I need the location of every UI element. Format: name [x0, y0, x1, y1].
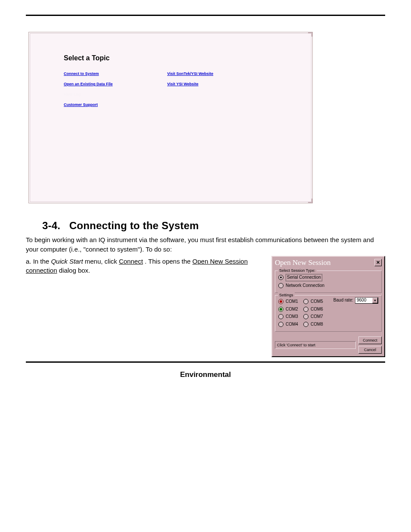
com7-label: COM7	[311, 314, 323, 320]
chevron-down-icon: ▼	[372, 298, 378, 303]
com1-label: COM1	[286, 299, 298, 305]
radio-com3[interactable]: COM3	[278, 314, 303, 320]
status-text: Click 'Connect' to start	[275, 341, 356, 349]
radio-com1-icon	[278, 299, 283, 304]
help-window: Select a Topic Connect to System Open an…	[28, 32, 313, 203]
dialog-titlebar: Open New Session ✕	[272, 257, 384, 270]
close-icon[interactable]: ✕	[374, 259, 382, 266]
radio-network-icon	[278, 283, 283, 288]
radio-com7-icon	[303, 314, 308, 319]
paragraph-intro: To begin working with an IQ instrument v…	[26, 235, 375, 254]
radio-com7[interactable]: COM7	[303, 314, 328, 320]
help-link-connect[interactable]: Connect to System	[64, 72, 167, 76]
settings-fieldset: Settings COM1 COM2	[275, 295, 382, 332]
radio-com4[interactable]: COM4	[278, 321, 303, 328]
baud-label: Baud rate:	[333, 297, 353, 303]
com5-label: COM5	[311, 299, 323, 305]
section-number: 3-4.	[42, 220, 60, 231]
radio-com8[interactable]: COM8	[303, 321, 328, 328]
radio-com5[interactable]: COM5	[303, 299, 328, 305]
step-a-italic: Quick Start	[51, 258, 83, 265]
step-a: a. In the Quick Start menu, click Connec…	[26, 257, 254, 276]
step-a-frag1: a. In the	[26, 258, 51, 265]
radio-com6[interactable]: COM6	[303, 306, 328, 313]
baud-value: 9600	[357, 297, 366, 304]
step-a-frag2: menu, click	[85, 258, 119, 265]
com4-label: COM4	[286, 321, 298, 328]
radio-com4-icon	[278, 322, 283, 327]
step-a-frag3: . This opens the	[145, 258, 193, 265]
cancel-button[interactable]: Cancel	[358, 346, 382, 354]
help-title: Select a Topic	[64, 54, 311, 62]
radio-com8-icon	[303, 322, 308, 327]
session-type-fieldset: Select Session Type: Serial Connection N…	[275, 271, 382, 293]
com8-label: COM8	[311, 321, 323, 328]
radio-serial[interactable]: Serial Connection	[278, 274, 378, 281]
dialog-title: Open New Session	[275, 258, 330, 268]
help-links: Connect to System Open an Existing Data …	[64, 65, 311, 107]
radio-com1[interactable]: COM1	[278, 299, 303, 305]
help-link-view-log[interactable]: View Log	[64, 92, 167, 96]
radio-com2[interactable]: COM2	[278, 306, 303, 313]
com-col-2: COM5 COM6 COM7	[303, 297, 328, 329]
step-a-frag4: dialog box.	[59, 267, 90, 274]
help-link-ysi[interactable]: Visit YSI Website	[167, 82, 271, 86]
settings-legend: Settings	[278, 292, 295, 298]
radio-serial-label: Serial Connection	[286, 274, 322, 281]
section-heading: 3-4. Connecting to the System	[42, 220, 385, 232]
radio-serial-icon	[278, 275, 283, 280]
header-rule	[26, 15, 385, 16]
body-text: To begin working with an IQ instrument v…	[26, 235, 385, 357]
radio-com6-icon	[303, 307, 308, 312]
radio-network[interactable]: Network Connection	[278, 283, 378, 289]
help-link-customer-support[interactable]: Customer Support	[64, 103, 167, 107]
help-pane: Select a Topic Connect to System Open an…	[30, 33, 311, 202]
com-col-1: COM1 COM2 COM3	[278, 297, 303, 329]
com3-label: COM3	[286, 314, 298, 320]
session-type-legend: Select Session Type:	[278, 268, 317, 274]
section-title: Connecting to the System	[69, 220, 199, 231]
help-links-col-right: Visit SonTek/YSI Website Visit YSI Websi…	[167, 65, 271, 107]
radio-com3-icon	[278, 314, 283, 319]
open-new-session-dialog: Open New Session ✕ Select Session Type: …	[271, 256, 385, 358]
connect-button[interactable]: Connect	[358, 336, 382, 344]
baud-select[interactable]: 9600 ▼	[355, 297, 378, 304]
page-footer: Environmental	[26, 370, 385, 379]
footer-rule-top	[26, 361, 385, 363]
radio-network-label: Network Connection	[286, 283, 324, 289]
help-links-col-left: Connect to System Open an Existing Data …	[64, 65, 167, 107]
com2-label: COM2	[286, 306, 298, 313]
help-link-open-file[interactable]: Open an Existing Data File	[64, 82, 167, 86]
com6-label: COM6	[311, 306, 323, 313]
step-a-connect: Connect	[119, 258, 143, 265]
help-link-sontek[interactable]: Visit SonTek/YSI Website	[167, 72, 271, 76]
radio-com5-icon	[303, 299, 308, 304]
radio-com2-icon	[278, 307, 283, 312]
baud-field: Baud rate: 9600 ▼	[333, 297, 378, 329]
